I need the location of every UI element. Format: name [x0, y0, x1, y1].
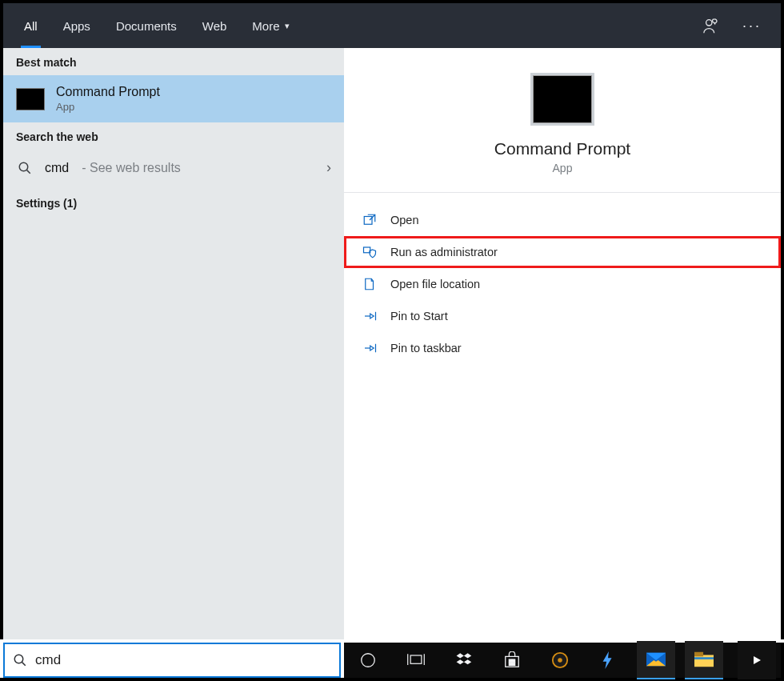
- svg-rect-15: [694, 655, 714, 667]
- svg-point-1: [19, 162, 28, 171]
- tab-label: Documents: [116, 19, 177, 33]
- chevron-down-icon: ▾: [285, 21, 290, 31]
- taskbar-tray-app[interactable]: [738, 641, 776, 679]
- taskbar-mail[interactable]: [637, 641, 675, 679]
- svg-point-13: [558, 658, 562, 663]
- action-label: Pin to taskbar: [390, 342, 462, 355]
- folder-location-icon: [362, 277, 378, 291]
- taskbar: [344, 643, 784, 681]
- svg-rect-9: [512, 659, 514, 662]
- svg-point-4: [14, 655, 23, 663]
- result-command-prompt[interactable]: Command Prompt App: [3, 75, 344, 122]
- results-pane: Best match Command Prompt App Search the…: [0, 48, 344, 639]
- more-options-icon[interactable]: ···: [742, 18, 762, 34]
- taskbar-lightning-app[interactable]: [589, 641, 627, 679]
- open-icon: [362, 213, 378, 227]
- taskbar-task-view[interactable]: [397, 641, 435, 679]
- action-run-as-administrator[interactable]: Run as administrator: [344, 236, 781, 268]
- pin-taskbar-icon: [362, 341, 378, 355]
- best-match-header: Best match: [3, 48, 344, 75]
- tab-label: Web: [202, 19, 227, 33]
- tab-all[interactable]: All: [11, 3, 50, 48]
- terminal-icon: [533, 75, 592, 123]
- tab-label: Apps: [63, 19, 90, 33]
- search-input[interactable]: [35, 652, 331, 668]
- result-title: Command Prompt: [56, 85, 160, 99]
- action-open[interactable]: Open: [344, 204, 781, 236]
- search-filter-tabs: All Apps Documents Web More▾ ···: [0, 0, 784, 48]
- settings-results-header[interactable]: Settings (1): [3, 186, 344, 221]
- shield-admin-icon: [362, 245, 378, 259]
- search-workspace: Best match Command Prompt App Search the…: [0, 48, 784, 639]
- web-hint-text: - See web results: [82, 161, 181, 175]
- svg-rect-6: [410, 655, 422, 663]
- preview-title: Command Prompt: [494, 139, 630, 158]
- action-label: Run as administrator: [390, 246, 498, 258]
- taskbar-disc-app[interactable]: [541, 641, 579, 679]
- result-subtitle: App: [56, 101, 160, 113]
- taskbar-cortana[interactable]: [349, 641, 387, 679]
- feedback-icon[interactable]: [702, 17, 720, 34]
- taskbar-dropbox[interactable]: [445, 641, 483, 679]
- preview-header: Command Prompt App: [344, 48, 781, 193]
- web-result-cmd[interactable]: cmd - See web results ›: [3, 150, 344, 186]
- taskbar-file-explorer[interactable]: [685, 641, 723, 679]
- svg-rect-16: [694, 652, 703, 657]
- svg-rect-8: [509, 659, 511, 662]
- preview-actions: Open Run as administrator Open file loca…: [344, 193, 781, 375]
- search-box[interactable]: [3, 643, 341, 678]
- search-icon: [16, 161, 34, 175]
- tab-web[interactable]: Web: [190, 3, 240, 48]
- tab-documents[interactable]: Documents: [103, 3, 190, 48]
- tab-apps[interactable]: Apps: [50, 3, 103, 48]
- svg-point-5: [362, 654, 375, 667]
- frame-border: [0, 678, 344, 681]
- preview-subtitle: App: [553, 162, 573, 174]
- top-right-controls: ···: [702, 17, 773, 34]
- svg-rect-11: [512, 663, 514, 665]
- action-label: Open file location: [390, 278, 480, 290]
- preview-pane: Command Prompt App Open Run as administr…: [344, 48, 784, 639]
- action-pin-to-start[interactable]: Pin to Start: [344, 300, 781, 332]
- svg-rect-2: [364, 217, 372, 225]
- tab-label: More: [252, 19, 279, 33]
- svg-point-0: [706, 20, 712, 26]
- action-label: Open: [390, 214, 418, 226]
- result-texts: Command Prompt App: [56, 85, 160, 113]
- tab-label: All: [24, 19, 38, 33]
- action-label: Pin to Start: [390, 310, 448, 322]
- action-open-file-location[interactable]: Open file location: [344, 268, 781, 300]
- pin-icon: [362, 309, 378, 323]
- taskbar-store[interactable]: [493, 641, 531, 679]
- action-pin-to-taskbar[interactable]: Pin to taskbar: [344, 332, 781, 364]
- web-query-text: cmd: [45, 161, 69, 175]
- search-icon: [13, 653, 27, 667]
- svg-rect-17: [694, 657, 714, 659]
- tab-more[interactable]: More▾: [239, 3, 302, 48]
- search-web-header: Search the web: [3, 122, 344, 150]
- chevron-right-icon: ›: [326, 159, 331, 176]
- svg-rect-10: [509, 663, 511, 665]
- terminal-icon: [16, 88, 45, 110]
